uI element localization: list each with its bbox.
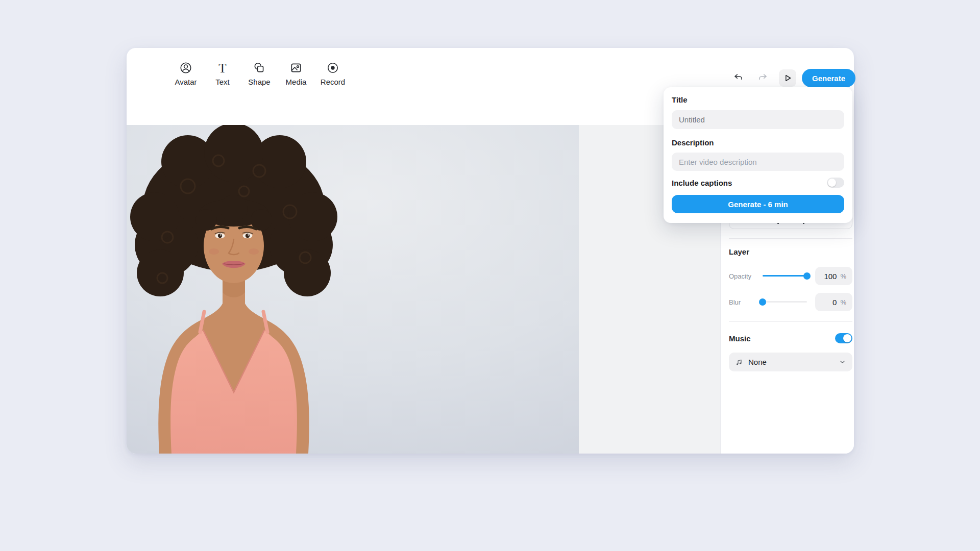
opacity-slider-fill (763, 275, 807, 277)
opacity-slider-knob[interactable] (803, 272, 811, 280)
blur-label: Blur (729, 298, 741, 306)
toolbar-label-avatar: Avatar (175, 78, 197, 86)
blur-value: 0 (832, 298, 837, 307)
music-note-icon (735, 358, 743, 366)
music-section-heading: Music (729, 334, 751, 343)
undo-icon (733, 72, 744, 83)
title-label: Title (672, 95, 688, 104)
video-canvas[interactable] (127, 125, 579, 454)
toolbar-button-record[interactable]: Record (314, 61, 351, 86)
toggle-knob (843, 334, 851, 342)
app-window: Avatar T Text Shape Media (127, 48, 854, 454)
play-icon (782, 72, 793, 84)
text-icon: T (216, 61, 229, 74)
music-toggle[interactable] (835, 333, 852, 343)
avatar-canvas-figure[interactable] (127, 125, 579, 454)
chevron-down-icon (839, 358, 846, 366)
play-button[interactable] (779, 69, 796, 87)
toolbar-button-shape[interactable]: Shape (241, 61, 278, 86)
music-select[interactable]: None (729, 353, 852, 371)
music-section-header: Music (729, 333, 852, 343)
description-label: Description (672, 138, 714, 147)
toolbar-button-text[interactable]: T Text (204, 61, 241, 86)
blur-unit: % (840, 298, 846, 306)
title-input[interactable] (672, 110, 844, 129)
toolbar-label-media: Media (286, 78, 307, 86)
blur-slider[interactable] (763, 301, 807, 303)
generate-button[interactable]: Generate (802, 69, 855, 87)
layer-section-heading: Layer (729, 247, 749, 256)
record-icon (326, 61, 339, 74)
insert-toolbar: Avatar T Text Shape Media (167, 61, 351, 86)
opacity-label: Opacity (729, 272, 751, 280)
shape-icon (253, 61, 266, 74)
avatar-icon (179, 61, 192, 74)
include-captions-toggle[interactable] (827, 178, 844, 188)
generate-popover: Title Description Include captions Gener… (664, 87, 852, 223)
redo-button[interactable] (754, 69, 771, 86)
include-captions-row: Include captions (672, 178, 844, 188)
blur-value-box[interactable]: 0 % (815, 293, 852, 311)
section-divider (729, 238, 852, 239)
toolbar-label-text: Text (215, 78, 230, 86)
music-select-value: None (748, 358, 834, 366)
redo-icon (757, 72, 768, 83)
description-input[interactable] (672, 153, 844, 171)
opacity-unit: % (840, 272, 846, 280)
toolbar-button-avatar[interactable]: Avatar (167, 61, 204, 86)
toolbar-button-media[interactable]: Media (278, 61, 314, 86)
include-captions-label: Include captions (672, 179, 732, 187)
section-divider (729, 321, 852, 322)
undo-button[interactable] (730, 69, 747, 86)
media-icon (289, 61, 303, 74)
toggle-knob (828, 179, 836, 187)
toolbar-label-shape: Shape (248, 78, 270, 86)
generate-duration-button[interactable]: Generate - 6 min (672, 195, 844, 213)
opacity-slider[interactable] (763, 275, 807, 277)
toolbar-label-record: Record (321, 78, 345, 86)
opacity-value-box[interactable]: 100 % (815, 267, 852, 285)
blur-slider-knob[interactable] (759, 298, 766, 306)
opacity-value: 100 (824, 272, 837, 281)
